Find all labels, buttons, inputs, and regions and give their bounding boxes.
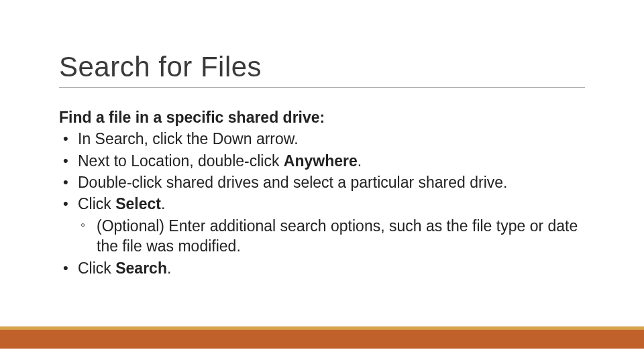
- list-item: Double-click shared drives and select a …: [59, 172, 585, 192]
- list-text: In Search, click the Down arrow.: [78, 130, 299, 147]
- body-block: Find a file in a specific shared drive: …: [59, 107, 585, 280]
- list-text: .: [358, 152, 362, 170]
- list-text: Double-click shared drives and select a …: [78, 174, 507, 191]
- bullet-list: In Search, click the Down arrow. Next to…: [59, 129, 585, 278]
- title-block: Search for Files: [59, 51, 585, 88]
- list-text-bold: Anywhere: [284, 152, 358, 170]
- footer-bar: [0, 330, 644, 349]
- title-rule: [59, 87, 585, 88]
- list-text-bold: Select: [115, 195, 161, 213]
- sub-list-item: (Optional) Enter additional search optio…: [78, 216, 585, 257]
- list-text: Click: [78, 259, 115, 277]
- list-text: (Optional) Enter additional search optio…: [97, 217, 578, 255]
- list-text: Next to Location, double-click: [78, 152, 284, 170]
- list-text: Click: [78, 195, 115, 213]
- subheading: Find a file in a specific shared drive:: [59, 107, 585, 127]
- slide: Search for Files Find a file in a specif…: [0, 0, 644, 362]
- list-text: .: [161, 195, 165, 213]
- list-item: Click Search.: [59, 258, 585, 278]
- list-text: .: [167, 259, 171, 277]
- slide-title: Search for Files: [59, 51, 585, 83]
- list-item: In Search, click the Down arrow.: [59, 129, 585, 149]
- sub-list: (Optional) Enter additional search optio…: [78, 216, 585, 257]
- list-text-bold: Search: [115, 259, 167, 277]
- list-item: Next to Location, double-click Anywhere.: [59, 151, 585, 171]
- list-item: Click Select. (Optional) Enter additiona…: [59, 194, 585, 256]
